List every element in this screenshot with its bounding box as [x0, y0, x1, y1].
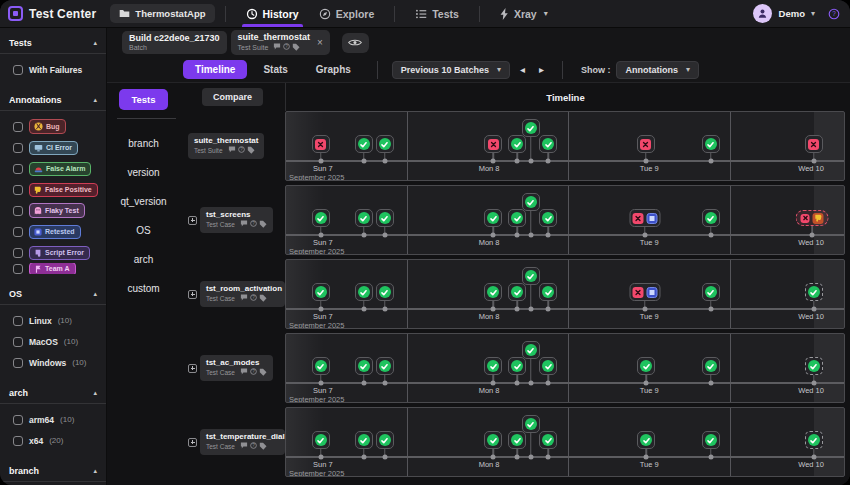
marker-pass[interactable] — [522, 341, 540, 359]
test-label[interactable]: suite_thermostatTest Suite? — [188, 133, 264, 159]
prev-batch-button[interactable]: ◂ — [516, 62, 529, 77]
checkbox[interactable] — [13, 337, 23, 347]
marker-pass[interactable] — [376, 283, 394, 301]
marker-pass[interactable] — [702, 357, 720, 375]
top-nav-history[interactable]: History — [236, 0, 309, 27]
marker-pass[interactable] — [508, 357, 526, 375]
marker-pass-selected[interactable] — [805, 357, 823, 375]
marker-pass[interactable] — [702, 283, 720, 301]
test-label[interactable]: tst_screensTest Case? — [200, 207, 273, 233]
marker-pass[interactable] — [355, 431, 373, 449]
marker-pass[interactable] — [522, 415, 540, 433]
facet-item-arch[interactable]: arch — [107, 245, 180, 274]
marker-pass[interactable] — [355, 135, 373, 153]
expand-icon[interactable] — [188, 364, 197, 373]
checkbox[interactable] — [13, 164, 23, 174]
view-tab-timeline[interactable]: Timeline — [183, 60, 247, 79]
batches-dropdown[interactable]: Previous 10 Batches ▾ — [392, 61, 510, 79]
marker-pass[interactable] — [539, 357, 557, 375]
marker-pass[interactable] — [522, 119, 540, 137]
view-tab-graphs[interactable]: Graphs — [304, 60, 363, 79]
view-tab-stats[interactable]: Stats — [251, 60, 299, 79]
test-label[interactable]: tst_room_activationTest Case? — [200, 281, 285, 307]
marker-pass-selected[interactable] — [805, 283, 823, 301]
sidebar-section-tests[interactable]: Tests▴ — [0, 31, 106, 54]
expand-icon[interactable] — [188, 216, 197, 225]
marker-fail-fp[interactable] — [796, 210, 829, 226]
sidebar-section-arch[interactable]: arch▴ — [0, 381, 106, 404]
marker-fail[interactable] — [312, 135, 330, 153]
marker-pass[interactable] — [508, 209, 526, 227]
test-label[interactable]: tst_ac_modesTest Case? — [200, 355, 273, 381]
marker-pass[interactable] — [484, 431, 502, 449]
checkbox[interactable] — [13, 415, 23, 425]
marker-pass[interactable] — [508, 431, 526, 449]
marker-pass[interactable] — [312, 209, 330, 227]
test-label[interactable]: tst_temperature_dialTest Case? — [200, 429, 285, 455]
marker-pass[interactable] — [376, 209, 394, 227]
marker-pass[interactable] — [484, 283, 502, 301]
visibility-button[interactable] — [342, 33, 369, 53]
expand-icon[interactable] — [188, 438, 197, 447]
marker-pass-selected[interactable] — [805, 431, 823, 449]
marker-pass[interactable] — [522, 193, 540, 211]
marker-pass[interactable] — [637, 357, 655, 375]
checkbox[interactable] — [13, 227, 23, 237]
checkbox[interactable] — [13, 358, 23, 368]
marker-fail-retest[interactable] — [629, 283, 660, 301]
marker-fail[interactable] — [484, 135, 502, 153]
marker-pass[interactable] — [702, 431, 720, 449]
top-nav-tests[interactable]: Tests — [405, 0, 469, 27]
marker-pass[interactable] — [702, 209, 720, 227]
checkbox[interactable] — [13, 122, 23, 132]
marker-pass[interactable] — [484, 209, 502, 227]
checkbox[interactable] — [13, 65, 23, 75]
facet-item-branch[interactable]: branch — [107, 129, 180, 158]
marker-fail-retest[interactable] — [629, 209, 660, 227]
sidebar-section-annotations[interactable]: Annotations▴ — [0, 88, 106, 111]
marker-pass[interactable] — [539, 209, 557, 227]
marker-pass[interactable] — [484, 357, 502, 375]
sidebar-section-branch[interactable]: branch▴ — [0, 459, 106, 482]
checkbox[interactable] — [13, 206, 23, 216]
facet-item-version[interactable]: version — [107, 158, 180, 187]
sidebar-section-os[interactable]: OS▴ — [0, 282, 106, 305]
marker-pass[interactable] — [508, 135, 526, 153]
marker-fail[interactable] — [637, 135, 655, 153]
marker-pass[interactable] — [508, 283, 526, 301]
user-menu[interactable]: Demo ▾ — [779, 8, 815, 19]
marker-pass[interactable] — [637, 431, 655, 449]
compare-button[interactable]: Compare — [202, 88, 263, 106]
batch-tab-build-c22de0e-21730[interactable]: Build c22de0e_21730Batch — [122, 31, 227, 53]
next-batch-button[interactable]: ▸ — [535, 62, 548, 77]
marker-pass[interactable] — [312, 283, 330, 301]
marker-fail[interactable] — [805, 135, 823, 153]
marker-pass[interactable] — [376, 135, 394, 153]
checkbox[interactable] — [13, 185, 23, 195]
help-icon[interactable]: ? — [828, 8, 840, 20]
facet-item-os[interactable]: OS — [107, 216, 180, 245]
checkbox[interactable] — [13, 264, 23, 274]
facet-item-qt-version[interactable]: qt_version — [107, 187, 180, 216]
marker-pass[interactable] — [376, 431, 394, 449]
facet-tests-button[interactable]: Tests — [119, 89, 167, 110]
marker-pass[interactable] — [376, 357, 394, 375]
checkbox[interactable] — [13, 316, 23, 326]
marker-pass[interactable] — [312, 431, 330, 449]
avatar[interactable] — [753, 4, 772, 23]
close-icon[interactable]: × — [317, 37, 323, 48]
checkbox[interactable] — [13, 248, 23, 258]
top-nav-explore[interactable]: Explore — [309, 0, 385, 27]
batch-tab-suite-thermostat[interactable]: suite_thermostatTest Suite?× — [231, 30, 330, 54]
marker-pass[interactable] — [539, 431, 557, 449]
facet-item-custom[interactable]: custom — [107, 274, 180, 303]
checkbox[interactable] — [13, 143, 23, 153]
checkbox[interactable] — [13, 436, 23, 446]
marker-pass[interactable] — [539, 283, 557, 301]
expand-icon[interactable] — [188, 290, 197, 299]
top-nav-xray[interactable]: Xray▾ — [490, 0, 558, 27]
marker-pass[interactable] — [312, 357, 330, 375]
marker-pass[interactable] — [539, 135, 557, 153]
marker-pass[interactable] — [355, 283, 373, 301]
show-dropdown[interactable]: Annotations ▾ — [616, 61, 699, 79]
